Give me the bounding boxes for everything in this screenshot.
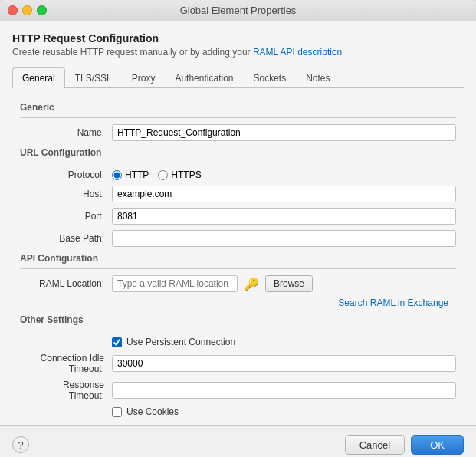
- main-window: Global Element Properties HTTP Request C…: [0, 0, 476, 457]
- tab-authentication[interactable]: Authentication: [165, 67, 243, 88]
- base-path-label: Base Path:: [28, 233, 112, 244]
- tab-notes[interactable]: Notes: [296, 67, 340, 88]
- name-row: Name:: [20, 124, 456, 141]
- http-radio[interactable]: [112, 170, 122, 180]
- port-row: Port:: [20, 208, 456, 225]
- page-subtitle: Create reusable HTTP request manually or…: [12, 47, 464, 58]
- protocol-row: Protocol: HTTP HTTPS: [20, 169, 456, 180]
- section-url-label: URL Configuration: [20, 147, 456, 158]
- tab-general[interactable]: General: [12, 67, 65, 88]
- tab-tls-ssl[interactable]: TLS/SSL: [65, 67, 122, 88]
- form-body: Generic Name: URL Configuration Protocol…: [12, 88, 464, 417]
- http-label: HTTP: [125, 169, 149, 180]
- base-path-row: Base Path:: [20, 230, 456, 247]
- minimize-button[interactable]: [22, 5, 32, 15]
- bottom-bar: ? Cancel OK: [0, 425, 476, 457]
- raml-input-group: 🔑 Browse: [112, 275, 313, 292]
- base-path-input[interactable]: [112, 230, 456, 247]
- ok-button[interactable]: OK: [411, 435, 464, 455]
- http-option[interactable]: HTTP: [112, 169, 149, 180]
- action-buttons: Cancel OK: [345, 435, 464, 455]
- response-timeout-label: Response Timeout:: [28, 380, 112, 401]
- https-option[interactable]: HTTPS: [158, 169, 201, 180]
- port-input[interactable]: [112, 208, 456, 225]
- host-row: Host:: [20, 186, 456, 202]
- tab-bar: General TLS/SSL Proxy Authentication Soc…: [12, 67, 464, 88]
- window-title: Global Element Properties: [180, 5, 297, 16]
- raml-input[interactable]: [112, 275, 238, 292]
- page-title: HTTP Request Configuration: [12, 32, 464, 44]
- search-link-row: Search RAML in Exchange: [20, 298, 456, 308]
- other-divider: [20, 330, 456, 330]
- tab-proxy[interactable]: Proxy: [122, 67, 166, 88]
- persistent-conn-row: Use Persistent Connection: [20, 337, 456, 347]
- browse-button[interactable]: Browse: [265, 275, 313, 292]
- use-cookies-row: Use Cookies: [20, 406, 456, 417]
- search-raml-link[interactable]: Search RAML in Exchange: [338, 298, 448, 308]
- idle-timeout-label: Connection Idle Timeout:: [28, 353, 112, 374]
- port-label: Port:: [28, 211, 112, 222]
- url-divider: [20, 163, 456, 163]
- raml-row: RAML Location: 🔑 Browse: [20, 275, 456, 292]
- api-divider: [20, 268, 456, 269]
- protocol-label: Protocol:: [28, 169, 112, 180]
- name-label: Name:: [28, 127, 112, 138]
- host-label: Host:: [28, 189, 112, 199]
- generic-divider: [20, 117, 456, 118]
- response-timeout-input[interactable]: [112, 382, 456, 399]
- idle-timeout-input[interactable]: [112, 355, 456, 372]
- section-api-label: API Configuration: [20, 253, 456, 264]
- window-controls: [8, 5, 47, 15]
- close-button[interactable]: [8, 5, 18, 15]
- persistent-conn-checkbox[interactable]: [112, 337, 122, 347]
- maximize-button[interactable]: [37, 5, 47, 15]
- cancel-button[interactable]: Cancel: [345, 435, 405, 455]
- host-input[interactable]: [112, 186, 456, 202]
- key-icon-button[interactable]: 🔑: [242, 275, 261, 292]
- subtitle-text: Create reusable HTTP request manually or…: [12, 47, 253, 58]
- persistent-conn-label[interactable]: Use Persistent Connection: [126, 337, 235, 347]
- protocol-options: HTTP HTTPS: [112, 169, 202, 180]
- idle-timeout-row: Connection Idle Timeout:: [20, 353, 456, 374]
- section-other-label: Other Settings: [20, 314, 456, 325]
- name-input[interactable]: [112, 124, 456, 141]
- https-label: HTTPS: [171, 169, 201, 180]
- help-button[interactable]: ?: [12, 436, 29, 453]
- https-radio[interactable]: [158, 170, 168, 180]
- section-generic-label: Generic: [20, 102, 456, 113]
- raml-link[interactable]: RAML API description: [253, 47, 342, 58]
- title-bar: Global Element Properties: [0, 0, 476, 21]
- response-timeout-row: Response Timeout:: [20, 380, 456, 401]
- raml-label: RAML Location:: [28, 278, 112, 289]
- use-cookies-checkbox[interactable]: [112, 407, 122, 417]
- tab-sockets[interactable]: Sockets: [243, 67, 296, 88]
- content-area: HTTP Request Configuration Create reusab…: [0, 21, 476, 417]
- use-cookies-label[interactable]: Use Cookies: [126, 406, 179, 417]
